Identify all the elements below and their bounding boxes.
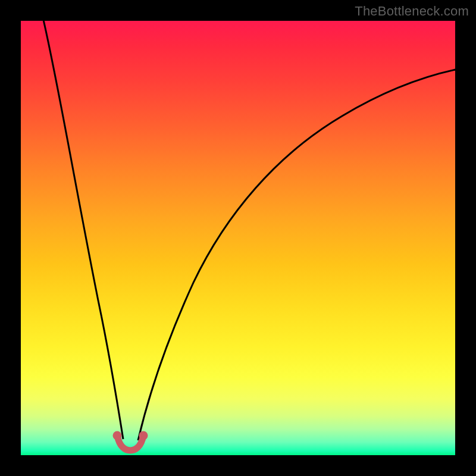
trough-marker (117, 436, 143, 450)
trough-marker-dot-right (139, 431, 148, 440)
plot-area (21, 21, 455, 455)
curve-layer (21, 21, 455, 455)
trough-marker-dot-left (113, 431, 122, 440)
left-curve (42, 21, 123, 439)
watermark-text: TheBottleneck.com (355, 4, 469, 19)
chart-frame: TheBottleneck.com (0, 0, 476, 476)
right-curve (138, 68, 455, 440)
